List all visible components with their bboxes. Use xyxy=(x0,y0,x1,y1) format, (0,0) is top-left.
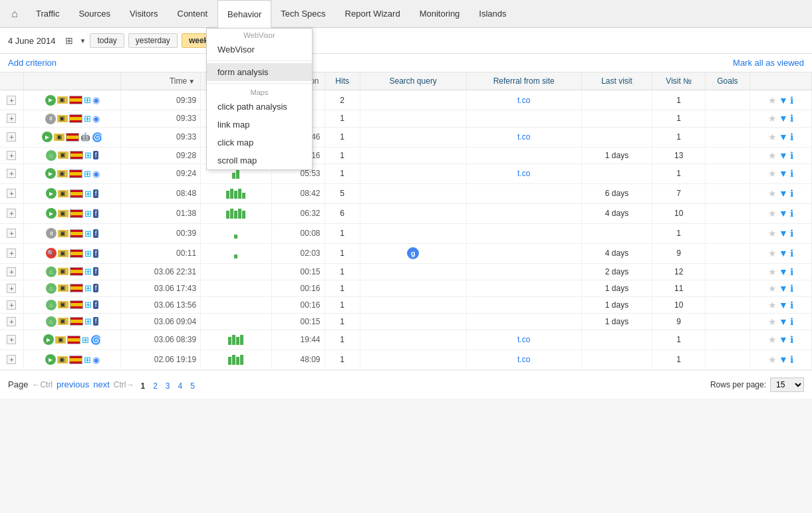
info-icon[interactable]: ℹ xyxy=(790,266,793,277)
filter-icon[interactable]: ▼ xyxy=(779,188,788,199)
expand-button[interactable]: + xyxy=(7,189,16,198)
page-num-2[interactable]: 2 xyxy=(150,381,160,391)
play-button[interactable]: ▶ xyxy=(46,188,57,199)
info-icon[interactable]: ℹ xyxy=(790,248,793,258)
nav-behavior[interactable]: Behavior xyxy=(217,0,271,28)
home-button[interactable]: ⌂ xyxy=(46,300,57,310)
prev-page-link[interactable]: previous xyxy=(57,379,89,389)
filter-icon[interactable]: ▼ xyxy=(779,316,788,327)
expand-button[interactable]: + xyxy=(7,151,16,160)
info-icon[interactable]: ℹ xyxy=(790,113,793,124)
play-button[interactable]: ▶ xyxy=(45,95,56,106)
star-icon[interactable]: ★ xyxy=(768,334,777,345)
expand-button[interactable]: + xyxy=(7,96,16,105)
star-icon[interactable]: ★ xyxy=(768,95,777,106)
star-icon[interactable]: ★ xyxy=(768,283,777,294)
dropdown-scroll-map[interactable]: scroll map xyxy=(207,152,312,169)
star-icon[interactable]: ★ xyxy=(768,132,777,142)
dropdown-click-map[interactable]: click map xyxy=(207,134,312,152)
expand-button[interactable]: + xyxy=(7,355,16,364)
add-criterion-link[interactable]: Add criterion xyxy=(8,58,57,68)
yesterday-button[interactable]: yesterday xyxy=(128,33,178,48)
nav-monitoring[interactable]: Monitoring xyxy=(410,0,470,28)
nav-traffic[interactable]: Traffic xyxy=(27,0,69,28)
star-icon[interactable]: ★ xyxy=(768,113,777,124)
search-button[interactable]: 🔍 xyxy=(46,248,57,258)
info-icon[interactable]: ℹ xyxy=(790,354,793,365)
expand-button[interactable]: + xyxy=(7,335,16,344)
nav-techspecs[interactable]: Tech Specs xyxy=(271,0,335,28)
play-button[interactable]: ▶ xyxy=(43,334,54,345)
th-lastvisit[interactable]: Last visit xyxy=(581,72,652,90)
info-icon[interactable]: ℹ xyxy=(790,188,793,199)
expand-button[interactable]: + xyxy=(7,229,16,238)
info-icon[interactable]: ℹ xyxy=(790,132,793,142)
info-icon[interactable]: ℹ xyxy=(790,95,793,106)
info-icon[interactable]: ℹ xyxy=(790,334,793,345)
referral-link[interactable]: t.co xyxy=(517,355,530,364)
page-num-4[interactable]: 4 xyxy=(176,381,186,391)
star-icon[interactable]: ★ xyxy=(768,354,777,365)
expand-button[interactable]: + xyxy=(7,249,16,258)
nav-sources[interactable]: Sources xyxy=(69,0,120,28)
star-icon[interactable]: ★ xyxy=(768,300,777,310)
today-button[interactable]: today xyxy=(90,33,124,48)
dropdown-form-analysis[interactable]: form analysis xyxy=(207,63,312,81)
dropdown-link-map[interactable]: link map xyxy=(207,116,312,134)
expand-button[interactable]: + xyxy=(7,284,16,293)
filter-icon[interactable]: ▼ xyxy=(779,132,788,142)
star-icon[interactable]: ★ xyxy=(768,228,777,239)
th-time[interactable]: Time▼ xyxy=(121,72,201,90)
th-search[interactable]: Search query xyxy=(360,72,466,90)
nav-visitors[interactable]: Visitors xyxy=(120,0,168,28)
filter-icon[interactable]: ▼ xyxy=(779,228,788,239)
th-hits[interactable]: Hits xyxy=(325,72,360,90)
dropdown-click-path[interactable]: click path analysis xyxy=(207,98,312,116)
home-button[interactable]: ⌂ xyxy=(46,266,57,277)
play-button[interactable]: ▶ xyxy=(46,208,57,219)
home-button[interactable]: ⌂ xyxy=(46,283,57,294)
referral-link[interactable]: t.co xyxy=(517,169,530,178)
expand-button[interactable]: + xyxy=(7,300,16,310)
page-num-3[interactable]: 3 xyxy=(163,381,173,391)
referral-link[interactable]: t.co xyxy=(517,96,530,105)
expand-button[interactable]: + xyxy=(7,209,16,218)
th-goals[interactable]: Goals xyxy=(706,72,750,90)
filter-icon[interactable]: ▼ xyxy=(779,168,788,179)
filter-icon[interactable]: ▼ xyxy=(779,334,788,345)
nav-reportwizard[interactable]: Report Wizard xyxy=(336,0,410,28)
th-visitno[interactable]: Visit № xyxy=(652,72,706,90)
info-icon[interactable]: ℹ xyxy=(790,316,793,327)
nav-islands[interactable]: Islands xyxy=(470,0,516,28)
info-icon[interactable]: ℹ xyxy=(790,300,793,310)
filter-icon[interactable]: ▼ xyxy=(779,248,788,258)
filter-icon[interactable]: ▼ xyxy=(779,266,788,277)
page-num-5[interactable]: 5 xyxy=(188,381,198,391)
star-icon[interactable]: ★ xyxy=(768,188,777,199)
next-page-link[interactable]: next xyxy=(93,379,110,389)
info-icon[interactable]: ℹ xyxy=(790,283,793,294)
expand-button[interactable]: + xyxy=(7,132,16,142)
page-num-1[interactable]: 1 xyxy=(138,381,148,391)
play-button[interactable]: ▶ xyxy=(45,168,56,179)
date-dropdown-arrow[interactable]: ▼ xyxy=(80,37,86,45)
referral-link[interactable]: t.co xyxy=(517,132,530,142)
th-referral[interactable]: Referral from site xyxy=(466,72,581,90)
filter-icon[interactable]: ▼ xyxy=(779,283,788,294)
expand-button[interactable]: + xyxy=(7,114,16,123)
star-icon[interactable]: ★ xyxy=(768,316,777,327)
pause-button[interactable]: ⏸ xyxy=(46,228,57,239)
expand-button[interactable]: + xyxy=(7,317,16,326)
mark-all-viewed-link[interactable]: Mark all as viewed xyxy=(733,58,804,68)
expand-button[interactable]: + xyxy=(7,169,16,178)
filter-icon[interactable]: ▼ xyxy=(779,208,788,219)
rows-per-page-select[interactable]: 15 25 50 100 xyxy=(770,377,804,392)
expand-button[interactable]: + xyxy=(7,267,16,276)
star-icon[interactable]: ★ xyxy=(768,248,777,258)
play-button[interactable]: ▶ xyxy=(42,132,53,142)
referral-link[interactable]: t.co xyxy=(517,335,530,344)
home-button[interactable]: ⌂ xyxy=(46,316,57,327)
star-icon[interactable]: ★ xyxy=(768,208,777,219)
dropdown-webvisor[interactable]: WebVisor xyxy=(207,41,312,58)
home-nav-button[interactable]: ⌂ xyxy=(5,5,24,23)
